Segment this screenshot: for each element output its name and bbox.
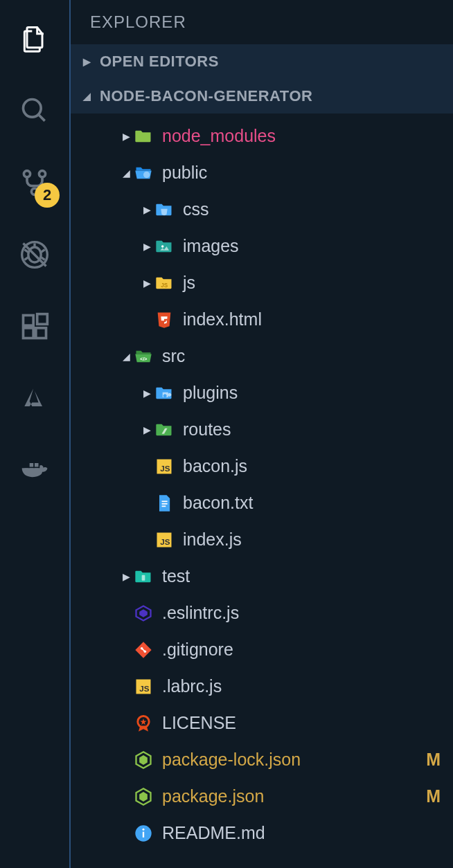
tree-file-readme[interactable]: ▶ README.md [71,815,453,851]
git-modified-status: M [426,750,441,770]
folder-icon: JS [154,273,175,293]
svg-rect-14 [24,328,34,338]
svg-marker-43 [139,792,148,802]
tree-item-label: package.json [162,786,426,806]
svg-rect-16 [37,314,48,325]
chevron-right-icon: ▶ [140,388,154,399]
project-label: NODE-BACON-GENERATOR [100,87,312,105]
svg-rect-20 [30,463,33,467]
chevron-down-icon: ◢ [119,351,133,362]
git-modified-status: M [426,786,441,806]
chevron-right-icon: ▶ [82,56,93,67]
tree-folder-plugins[interactable]: ▶ plugins [71,374,453,411]
js-file-icon: JS [133,676,154,697]
eslint-file-icon [133,603,154,624]
scm-badge: 2 [35,183,60,208]
svg-point-22 [143,171,150,177]
chevron-down-icon: ◢ [82,91,93,102]
azure-activity-icon[interactable] [15,379,54,418]
tree-file-eslintrc[interactable]: ▶ .eslintrc.js [71,595,453,631]
tree-file-package-json[interactable]: ▶ package.json M [71,778,453,815]
text-file-icon [154,493,175,514]
svg-rect-30 [142,575,145,580]
tree-folder-test[interactable]: ▶ test [71,558,453,595]
tree-file-labrc[interactable]: ▶ JS .labrc.js [71,668,453,705]
svg-line-1 [39,115,45,121]
tree-item-label: js [183,273,441,293]
tree-folder-public[interactable]: ◢ public [71,154,453,191]
svg-line-8 [24,250,28,253]
svg-text:</>: </> [140,356,147,361]
docker-activity-icon[interactable] [15,451,54,490]
project-header[interactable]: ◢ NODE-BACON-GENERATOR [71,79,453,114]
folder-open-icon [133,163,154,183]
tree-item-label: .eslintrc.js [162,603,441,623]
chevron-right-icon: ▶ [140,424,154,435]
tree-folder-routes[interactable]: ▶ routes [71,411,453,448]
license-file-icon [133,713,154,734]
chevron-right-icon: ▶ [140,278,154,289]
svg-point-23 [161,245,164,248]
folder-icon [133,126,154,147]
tree-item-label: index.js [183,530,441,550]
svg-marker-32 [139,609,148,617]
html-file-icon [154,309,175,330]
tree-file-bacon-js[interactable]: ▶ JS bacon.js [71,448,453,485]
svg-point-0 [24,100,42,118]
source-control-activity-icon[interactable]: 2 [15,163,54,202]
tree-item-label: test [162,566,441,586]
file-tree: ▶ node_modules ◢ public ▶ css ▶ i [71,114,453,851]
folder-icon [154,199,175,220]
tree-item-label: index.html [183,309,441,329]
js-file-icon: JS [154,530,175,550]
tree-folder-src[interactable]: ◢ </> src [71,338,453,374]
extensions-activity-icon[interactable] [15,307,54,346]
chevron-right-icon: ▶ [119,131,133,142]
folder-open-icon: </> [133,346,154,367]
tree-folder-images[interactable]: ▶ images [71,228,453,264]
svg-point-46 [142,828,144,830]
explorer-activity-icon[interactable] [15,19,54,58]
sidebar-title: EXPLORER [71,0,453,44]
tree-file-index-html[interactable]: ▶ index.html [71,301,453,338]
info-file-icon [133,823,154,844]
svg-text:JS: JS [161,282,168,288]
git-file-icon [133,640,154,660]
svg-line-9 [41,250,45,253]
svg-text:JS: JS [160,537,170,546]
tree-item-label: plugins [183,383,441,403]
tree-folder-css[interactable]: ▶ css [71,191,453,228]
tree-folder-node-modules[interactable]: ▶ node_modules [71,118,453,154]
open-editors-header[interactable]: ▶ OPEN EDITORS [71,44,453,79]
tree-item-label: LICENSE [162,713,441,733]
explorer-sidebar: EXPLORER ▶ OPEN EDITORS ◢ NODE-BACON-GEN… [69,0,453,868]
nodejs-file-icon [133,786,154,807]
activity-bar: 2 [0,0,69,868]
svg-rect-15 [36,328,46,338]
svg-point-2 [24,171,30,177]
tree-file-license[interactable]: ▶ LICENSE [71,705,453,741]
svg-marker-39 [140,718,146,725]
tree-item-label: .gitignore [162,640,441,660]
nodejs-file-icon [133,750,154,770]
folder-icon [154,383,175,404]
tree-file-package-lock[interactable]: ▶ package-lock.json M [71,741,453,778]
tree-item-label: README.md [162,823,441,843]
tree-file-index-js[interactable]: ▶ JS index.js [71,521,453,558]
tree-folder-js[interactable]: ▶ JS js [71,264,453,301]
folder-icon [154,419,175,440]
tree-item-label: node_modules [162,126,441,146]
svg-line-10 [24,257,28,260]
svg-rect-45 [143,831,144,837]
tree-item-label: .labrc.js [162,676,441,696]
tree-item-label: package-lock.json [162,750,426,770]
chevron-right-icon: ▶ [140,204,154,215]
tree-item-label: images [183,236,441,256]
debug-activity-icon[interactable] [15,235,54,274]
open-editors-label: OPEN EDITORS [100,53,219,71]
search-activity-icon[interactable] [15,91,54,130]
folder-icon [154,236,175,257]
tree-file-gitignore[interactable]: ▶ .gitignore [71,631,453,668]
tree-file-bacon-txt[interactable]: ▶ bacon.txt [71,485,453,521]
js-file-icon: JS [154,456,175,477]
